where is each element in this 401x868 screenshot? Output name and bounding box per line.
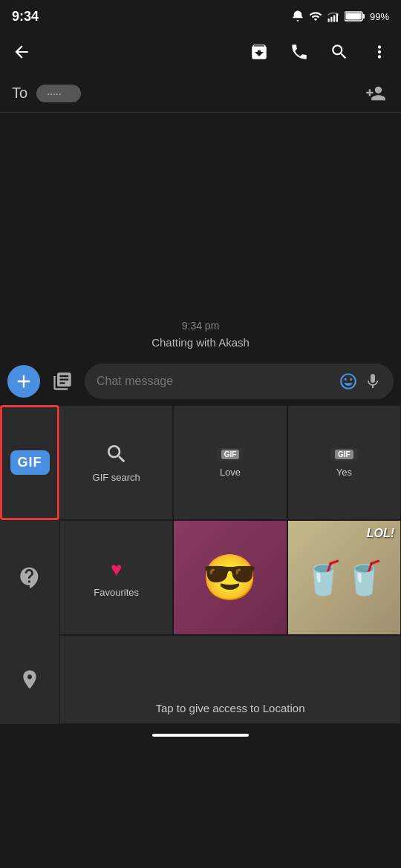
svg-rect-6 (345, 13, 361, 20)
lol-text: LOL! (367, 527, 394, 540)
sticker-icon (17, 565, 42, 591)
location-label: Tap to give access to Location (156, 702, 305, 714)
bottom-bar (0, 724, 401, 742)
chat-area: 9:34 pm Chatting with Akash (0, 113, 401, 358)
gif-bottom-row: Tap to give access to Location (0, 635, 401, 724)
more-button[interactable] (367, 39, 392, 65)
chat-input[interactable] (97, 375, 333, 388)
app-bar-right (247, 39, 392, 65)
svg-rect-1 (330, 17, 332, 22)
gif-love-label: Love (220, 467, 241, 478)
gif-search-label: GIF search (93, 472, 140, 483)
status-bar: 9:34 99% (0, 0, 401, 30)
gif-love-cell[interactable]: GIF Love (173, 405, 287, 520)
chat-timestamp: 9:34 pm (182, 320, 220, 332)
add-button[interactable] (7, 365, 40, 398)
gif-favourites-cell[interactable]: ♥ Favourites (59, 520, 173, 635)
gif-location-content[interactable]: Tap to give access to Location (59, 635, 401, 724)
app-bar (0, 30, 401, 74)
gif-favourites-label: Favourites (94, 587, 139, 598)
gif-lol-cell[interactable]: LOL! 🥤🥤 (287, 520, 401, 635)
battery-icon (345, 11, 365, 22)
svg-rect-3 (336, 13, 338, 22)
gif-grid-top: GIF search GIF Love GIF Yes (59, 405, 401, 520)
svg-rect-0 (327, 19, 329, 22)
input-field-container (85, 364, 394, 399)
signal-icon (327, 10, 340, 23)
gif-yes-cell[interactable]: GIF Yes (287, 405, 401, 520)
input-bar (0, 358, 401, 405)
status-time: 9:34 (12, 9, 39, 24)
battery-text: 99% (370, 11, 389, 22)
archive-button[interactable] (247, 39, 272, 65)
gif-yes-label: Yes (336, 467, 352, 478)
mic-button[interactable] (364, 372, 382, 390)
gif-face-cell[interactable]: 😎 (173, 520, 287, 635)
status-icons: 99% (291, 10, 389, 23)
gif-badge: GIF (10, 450, 50, 475)
phone-button[interactable] (287, 39, 312, 65)
add-contact-button[interactable] (362, 80, 389, 107)
gif-search-cell[interactable]: GIF search (59, 405, 173, 520)
sticker-button[interactable] (0, 520, 59, 635)
search-icon (105, 442, 128, 466)
lol-cups-emoji: 🥤🥤 (303, 559, 385, 597)
svg-rect-5 (362, 14, 365, 19)
gif-mid-row: ♥ Favourites 😎 LOL! 🥤🥤 (0, 520, 401, 635)
bottom-indicator (152, 734, 249, 737)
emoji-button[interactable] (339, 372, 358, 391)
gif-main-button[interactable]: GIF (0, 405, 59, 520)
location-button[interactable] (0, 635, 59, 724)
media-button[interactable] (48, 366, 77, 396)
gif-yes-badge: GIF (330, 448, 358, 461)
back-button[interactable] (9, 39, 34, 65)
chat-with-label: Chatting with Akash (151, 336, 250, 349)
search-button[interactable] (327, 39, 352, 65)
alarm-icon (291, 10, 304, 23)
gif-love-badge: GIF (217, 448, 244, 461)
heart-icon: ♥ (111, 558, 122, 581)
location-icon (19, 668, 41, 691)
to-field-left: To ····· (12, 85, 81, 102)
gif-panel: GIF GIF search GIF Love GIF (0, 405, 401, 724)
to-label: To (12, 85, 27, 102)
gif-top-row: GIF GIF search GIF Love GIF (0, 405, 401, 520)
to-field: To ····· (0, 74, 401, 113)
wifi-icon (309, 10, 322, 23)
to-contact[interactable]: ····· (36, 85, 81, 102)
app-bar-left (9, 39, 34, 65)
gif-grid-mid: ♥ Favourites 😎 LOL! 🥤🥤 (59, 520, 401, 635)
face-emoji: 😎 (202, 551, 258, 604)
svg-rect-2 (333, 16, 335, 22)
